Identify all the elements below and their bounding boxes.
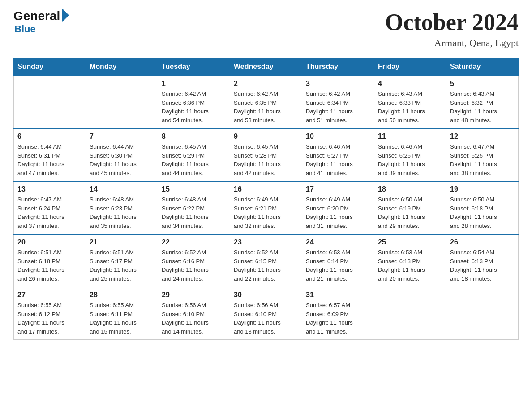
day-number: 16 xyxy=(234,185,298,193)
day-info: Sunrise: 6:50 AM Sunset: 6:19 PM Dayligh… xyxy=(378,195,442,230)
day-info: Sunrise: 6:49 AM Sunset: 6:20 PM Dayligh… xyxy=(306,195,370,230)
day-number: 2 xyxy=(234,80,298,88)
calendar-table: SundayMondayTuesdayWednesdayThursdayFrid… xyxy=(13,58,519,340)
day-number: 5 xyxy=(450,80,515,88)
calendar-cell: 31Sunrise: 6:57 AM Sunset: 6:09 PM Dayli… xyxy=(302,287,374,340)
day-info: Sunrise: 6:56 AM Sunset: 6:10 PM Dayligh… xyxy=(234,301,298,336)
calendar-cell xyxy=(446,287,519,340)
calendar-cell: 1Sunrise: 6:42 AM Sunset: 6:36 PM Daylig… xyxy=(158,76,230,128)
day-number: 15 xyxy=(162,185,226,193)
location-text: Armant, Qena, Egypt xyxy=(385,37,519,49)
title-section: October 2024 Armant, Qena, Egypt xyxy=(385,9,519,49)
logo: General Blue xyxy=(13,9,71,35)
day-number: 22 xyxy=(162,238,226,246)
day-info: Sunrise: 6:55 AM Sunset: 6:12 PM Dayligh… xyxy=(17,301,82,336)
weekday-header-monday: Monday xyxy=(86,58,158,76)
day-info: Sunrise: 6:44 AM Sunset: 6:30 PM Dayligh… xyxy=(90,142,154,177)
day-number: 9 xyxy=(234,133,298,141)
calendar-cell: 12Sunrise: 6:47 AM Sunset: 6:25 PM Dayli… xyxy=(446,128,519,181)
day-number: 28 xyxy=(90,291,154,299)
day-number: 1 xyxy=(162,80,226,88)
weekday-header-sunday: Sunday xyxy=(14,58,86,76)
day-info: Sunrise: 6:57 AM Sunset: 6:09 PM Dayligh… xyxy=(306,301,370,336)
day-info: Sunrise: 6:44 AM Sunset: 6:31 PM Dayligh… xyxy=(17,142,82,177)
day-number: 12 xyxy=(450,133,515,141)
day-number: 21 xyxy=(90,238,154,246)
day-info: Sunrise: 6:53 AM Sunset: 6:13 PM Dayligh… xyxy=(378,248,442,283)
day-info: Sunrise: 6:56 AM Sunset: 6:10 PM Dayligh… xyxy=(162,301,226,336)
day-number: 13 xyxy=(17,185,82,193)
calendar-cell: 27Sunrise: 6:55 AM Sunset: 6:12 PM Dayli… xyxy=(14,287,86,340)
day-number: 31 xyxy=(306,291,370,299)
day-info: Sunrise: 6:51 AM Sunset: 6:18 PM Dayligh… xyxy=(17,248,82,283)
day-number: 3 xyxy=(306,80,370,88)
day-info: Sunrise: 6:52 AM Sunset: 6:15 PM Dayligh… xyxy=(234,248,298,283)
calendar-cell xyxy=(86,76,158,128)
calendar-cell: 5Sunrise: 6:43 AM Sunset: 6:32 PM Daylig… xyxy=(446,76,519,128)
day-info: Sunrise: 6:46 AM Sunset: 6:26 PM Dayligh… xyxy=(378,142,442,177)
calendar-cell: 22Sunrise: 6:52 AM Sunset: 6:16 PM Dayli… xyxy=(158,234,230,287)
logo-arrow-icon xyxy=(62,8,69,22)
day-number: 30 xyxy=(234,291,298,299)
calendar-cell: 19Sunrise: 6:50 AM Sunset: 6:18 PM Dayli… xyxy=(446,181,519,234)
calendar-cell: 29Sunrise: 6:56 AM Sunset: 6:10 PM Dayli… xyxy=(158,287,230,340)
day-number: 20 xyxy=(17,238,82,246)
calendar-cell: 16Sunrise: 6:49 AM Sunset: 6:21 PM Dayli… xyxy=(230,181,302,234)
calendar-cell: 9Sunrise: 6:45 AM Sunset: 6:28 PM Daylig… xyxy=(230,128,302,181)
day-info: Sunrise: 6:48 AM Sunset: 6:22 PM Dayligh… xyxy=(162,195,226,230)
calendar-week-row: 27Sunrise: 6:55 AM Sunset: 6:12 PM Dayli… xyxy=(14,287,519,340)
calendar-cell: 18Sunrise: 6:50 AM Sunset: 6:19 PM Dayli… xyxy=(374,181,446,234)
day-info: Sunrise: 6:47 AM Sunset: 6:25 PM Dayligh… xyxy=(450,142,515,177)
day-info: Sunrise: 6:55 AM Sunset: 6:11 PM Dayligh… xyxy=(90,301,154,336)
day-info: Sunrise: 6:51 AM Sunset: 6:17 PM Dayligh… xyxy=(90,248,154,283)
calendar-cell: 30Sunrise: 6:56 AM Sunset: 6:10 PM Dayli… xyxy=(230,287,302,340)
day-info: Sunrise: 6:53 AM Sunset: 6:14 PM Dayligh… xyxy=(306,248,370,283)
calendar-cell: 8Sunrise: 6:45 AM Sunset: 6:29 PM Daylig… xyxy=(158,128,230,181)
day-number: 4 xyxy=(378,80,442,88)
day-info: Sunrise: 6:54 AM Sunset: 6:13 PM Dayligh… xyxy=(450,248,515,283)
weekday-header-tuesday: Tuesday xyxy=(158,58,230,76)
calendar-cell: 21Sunrise: 6:51 AM Sunset: 6:17 PM Dayli… xyxy=(86,234,158,287)
calendar-cell xyxy=(374,287,446,340)
day-number: 10 xyxy=(306,133,370,141)
day-number: 29 xyxy=(162,291,226,299)
calendar-cell: 15Sunrise: 6:48 AM Sunset: 6:22 PM Dayli… xyxy=(158,181,230,234)
calendar-cell: 28Sunrise: 6:55 AM Sunset: 6:11 PM Dayli… xyxy=(86,287,158,340)
day-number: 27 xyxy=(17,291,82,299)
calendar-week-row: 13Sunrise: 6:47 AM Sunset: 6:24 PM Dayli… xyxy=(14,181,519,234)
logo-bottom-text: Blue xyxy=(14,23,36,35)
day-info: Sunrise: 6:50 AM Sunset: 6:18 PM Dayligh… xyxy=(450,195,515,230)
calendar-cell: 2Sunrise: 6:42 AM Sunset: 6:35 PM Daylig… xyxy=(230,76,302,128)
day-number: 23 xyxy=(234,238,298,246)
calendar-cell: 20Sunrise: 6:51 AM Sunset: 6:18 PM Dayli… xyxy=(14,234,86,287)
day-number: 25 xyxy=(378,238,442,246)
calendar-cell: 11Sunrise: 6:46 AM Sunset: 6:26 PM Dayli… xyxy=(374,128,446,181)
day-info: Sunrise: 6:42 AM Sunset: 6:35 PM Dayligh… xyxy=(234,90,298,124)
calendar-cell: 6Sunrise: 6:44 AM Sunset: 6:31 PM Daylig… xyxy=(14,128,86,181)
month-title: October 2024 xyxy=(385,9,519,35)
day-info: Sunrise: 6:47 AM Sunset: 6:24 PM Dayligh… xyxy=(17,195,82,230)
day-info: Sunrise: 6:52 AM Sunset: 6:16 PM Dayligh… xyxy=(162,248,226,283)
calendar-header-row: SundayMondayTuesdayWednesdayThursdayFrid… xyxy=(14,58,519,76)
calendar-cell xyxy=(14,76,86,128)
calendar-week-row: 6Sunrise: 6:44 AM Sunset: 6:31 PM Daylig… xyxy=(14,128,519,181)
weekday-header-saturday: Saturday xyxy=(446,58,519,76)
day-info: Sunrise: 6:43 AM Sunset: 6:33 PM Dayligh… xyxy=(378,90,442,124)
day-number: 19 xyxy=(450,185,515,193)
calendar-week-row: 20Sunrise: 6:51 AM Sunset: 6:18 PM Dayli… xyxy=(14,234,519,287)
calendar-cell: 25Sunrise: 6:53 AM Sunset: 6:13 PM Dayli… xyxy=(374,234,446,287)
logo-general-text: General xyxy=(13,9,60,23)
page-header: General Blue October 2024 Armant, Qena, … xyxy=(13,9,519,49)
calendar-cell: 4Sunrise: 6:43 AM Sunset: 6:33 PM Daylig… xyxy=(374,76,446,128)
day-number: 6 xyxy=(17,133,82,141)
day-number: 7 xyxy=(90,133,154,141)
calendar-week-row: 1Sunrise: 6:42 AM Sunset: 6:36 PM Daylig… xyxy=(14,76,519,128)
calendar-cell: 23Sunrise: 6:52 AM Sunset: 6:15 PM Dayli… xyxy=(230,234,302,287)
day-info: Sunrise: 6:42 AM Sunset: 6:36 PM Dayligh… xyxy=(162,90,226,124)
day-info: Sunrise: 6:49 AM Sunset: 6:21 PM Dayligh… xyxy=(234,195,298,230)
day-number: 24 xyxy=(306,238,370,246)
day-number: 17 xyxy=(306,185,370,193)
day-info: Sunrise: 6:42 AM Sunset: 6:34 PM Dayligh… xyxy=(306,90,370,124)
day-number: 8 xyxy=(162,133,226,141)
weekday-header-thursday: Thursday xyxy=(302,58,374,76)
